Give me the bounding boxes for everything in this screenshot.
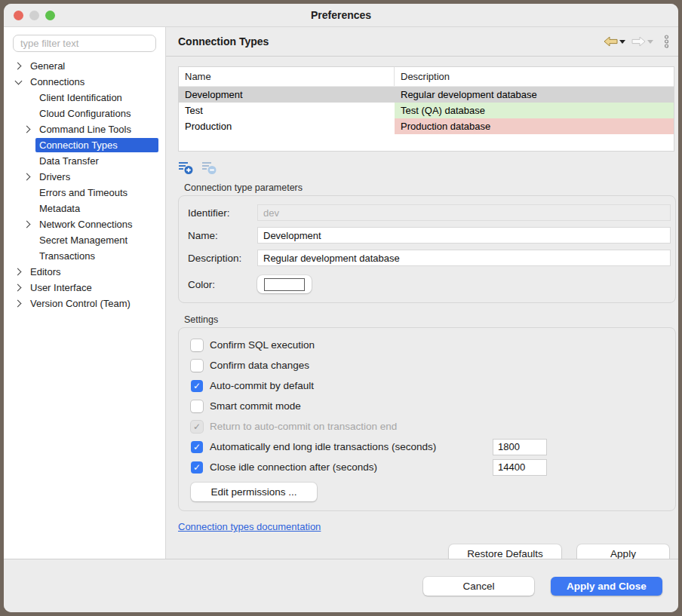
checkbox-auto-commit-by-default[interactable]: Auto-commit by default bbox=[191, 375, 663, 396]
table-header[interactable]: Name Description bbox=[179, 67, 674, 87]
chevron-placeholder bbox=[22, 90, 33, 106]
color-label: Color: bbox=[188, 279, 257, 290]
name-label: Name: bbox=[188, 230, 257, 241]
add-icon bbox=[178, 161, 194, 175]
sidebar: GeneralConnectionsClient IdentificationC… bbox=[4, 27, 166, 559]
forward-arrow-icon bbox=[631, 36, 646, 47]
sidebar-item-label: Secret Management bbox=[35, 233, 131, 247]
chevron-right-icon[interactable] bbox=[22, 169, 33, 185]
cancel-button[interactable]: Cancel bbox=[423, 577, 534, 596]
sidebar-item-editors[interactable]: Editors bbox=[4, 264, 165, 280]
preferences-tree: GeneralConnectionsClient IdentificationC… bbox=[4, 58, 165, 311]
sidebar-item-label: Data Transfer bbox=[35, 154, 103, 168]
sidebar-item-secret-management[interactable]: Secret Management bbox=[4, 232, 165, 248]
column-header-name[interactable]: Name bbox=[179, 67, 395, 86]
checkbox-smart-commit-mode[interactable]: Smart commit mode bbox=[191, 396, 663, 416]
sidebar-item-user-interface[interactable]: User Interface bbox=[4, 280, 165, 296]
chevron-placeholder bbox=[22, 137, 33, 153]
checkbox-label: Close idle connection after (seconds) bbox=[210, 461, 493, 473]
table-row[interactable]: TestTest (QA) database bbox=[179, 103, 674, 118]
sidebar-item-connections[interactable]: Connections bbox=[4, 74, 165, 90]
close-idle-seconds-input[interactable] bbox=[493, 459, 547, 476]
checkbox-label: Auto-commit by default bbox=[210, 380, 493, 391]
checkbox-confirm-data-changes[interactable]: Confirm data changes bbox=[191, 355, 663, 375]
checkbox-unchecked-icon bbox=[191, 339, 203, 351]
checkbox-unchecked-icon bbox=[191, 400, 203, 412]
sidebar-item-cloud-configurations[interactable]: Cloud Configurations bbox=[4, 106, 165, 121]
view-menu-button[interactable] bbox=[662, 33, 671, 50]
connection-types-table-body: DevelopmentRegular development databaseT… bbox=[179, 87, 674, 134]
sidebar-item-version-control-team[interactable]: Version Control (Team) bbox=[4, 296, 165, 311]
checkbox-label: Smart commit mode bbox=[210, 400, 493, 412]
description-field[interactable] bbox=[257, 250, 671, 266]
chevron-placeholder bbox=[22, 201, 33, 216]
checkbox-confirm-sql-execution[interactable]: Confirm SQL execution bbox=[191, 335, 663, 355]
chevron-right-icon[interactable] bbox=[22, 121, 33, 137]
checkbox-label: Automatically end long idle transactions… bbox=[210, 441, 493, 452]
checkbox-checked-icon bbox=[191, 441, 203, 453]
sidebar-item-label: Command Line Tools bbox=[35, 122, 135, 136]
preferences-window: Preferences GeneralConnectionsClient Ide… bbox=[4, 4, 678, 612]
chevron-right-icon[interactable] bbox=[13, 280, 24, 296]
params-groupbox: Identifier:Name:Description: Color: bbox=[178, 195, 676, 303]
sidebar-item-network-connections[interactable]: Network Connections bbox=[4, 216, 165, 232]
content-header: Connection Types bbox=[166, 27, 678, 57]
sidebar-item-general[interactable]: General bbox=[4, 58, 165, 74]
sidebar-item-command-line-tools[interactable]: Command Line Tools bbox=[4, 121, 165, 137]
table-row[interactable]: DevelopmentRegular development database bbox=[179, 87, 674, 103]
checkbox-unchecked-icon bbox=[191, 360, 203, 372]
checkbox-close-idle-connection-after-seconds[interactable]: Close idle connection after (seconds) bbox=[191, 457, 663, 477]
connection-types-table: Name Description DevelopmentRegular deve… bbox=[178, 66, 674, 152]
table-toolbar bbox=[178, 158, 675, 176]
back-button[interactable] bbox=[602, 35, 627, 48]
cell-description: Production database bbox=[395, 118, 674, 134]
param-fields: Identifier:Name:Description: bbox=[188, 204, 671, 266]
cell-name: Test bbox=[179, 103, 395, 118]
sidebar-item-label: Connection Types bbox=[35, 138, 158, 152]
sidebar-item-label: Connections bbox=[26, 75, 88, 89]
forward-dropdown-icon bbox=[647, 40, 653, 44]
identifier-field bbox=[257, 204, 671, 221]
main-area: GeneralConnectionsClient IdentificationC… bbox=[4, 27, 678, 559]
sidebar-item-label: Metadata bbox=[35, 201, 84, 216]
sidebar-item-transactions[interactable]: Transactions bbox=[4, 248, 165, 264]
forward-button[interactable] bbox=[630, 35, 655, 48]
sidebar-item-client-identification[interactable]: Client Identification bbox=[4, 90, 165, 106]
delete-connection-type-button[interactable] bbox=[201, 161, 217, 175]
name-row: Name: bbox=[188, 227, 671, 244]
chevron-right-icon[interactable] bbox=[13, 296, 24, 311]
column-header-description[interactable]: Description bbox=[395, 71, 674, 82]
chevron-down-icon[interactable] bbox=[13, 74, 24, 90]
sidebar-item-label: Client Identification bbox=[35, 90, 126, 105]
checkbox-automatically-end-long-idle-transactions-seconds[interactable]: Automatically end long idle transactions… bbox=[191, 437, 663, 457]
idle-transactions-seconds-input[interactable] bbox=[493, 439, 547, 455]
sidebar-item-label: Network Connections bbox=[35, 217, 137, 231]
checkbox-label: Return to auto-commit on transaction end bbox=[210, 421, 493, 432]
sidebar-item-label: General bbox=[26, 59, 69, 73]
add-connection-type-button[interactable] bbox=[178, 161, 194, 175]
remove-icon bbox=[201, 161, 217, 175]
sidebar-item-connection-types[interactable]: Connection Types bbox=[4, 137, 165, 153]
chevron-placeholder bbox=[22, 106, 33, 121]
checkbox-checked-icon bbox=[191, 461, 203, 473]
sidebar-item-data-transfer[interactable]: Data Transfer bbox=[4, 153, 165, 169]
sidebar-item-errors-and-timeouts[interactable]: Errors and Timeouts bbox=[4, 185, 165, 201]
filter-input[interactable] bbox=[13, 35, 156, 52]
apply-and-close-button[interactable]: Apply and Close bbox=[551, 577, 662, 596]
content-pane: Connection Types bbox=[166, 27, 678, 559]
sidebar-item-label: Cloud Configurations bbox=[35, 106, 134, 121]
sidebar-item-drivers[interactable]: Drivers bbox=[4, 169, 165, 185]
chevron-right-icon[interactable] bbox=[13, 264, 24, 280]
chevron-right-icon[interactable] bbox=[13, 58, 24, 74]
color-picker-button[interactable] bbox=[257, 275, 312, 293]
description-row: Description: bbox=[188, 250, 671, 266]
identifier-row: Identifier: bbox=[188, 204, 671, 221]
chevron-right-icon[interactable] bbox=[22, 216, 33, 232]
settings-groupbox: Confirm SQL executionConfirm data change… bbox=[178, 327, 676, 511]
table-row[interactable]: ProductionProduction database bbox=[179, 118, 674, 134]
edit-permissions-button[interactable]: Edit permissions ... bbox=[191, 483, 317, 501]
name-field[interactable] bbox=[257, 227, 671, 244]
sidebar-item-metadata[interactable]: Metadata bbox=[4, 201, 165, 216]
chevron-placeholder bbox=[22, 232, 33, 248]
documentation-link[interactable]: Connection types documentation bbox=[178, 521, 321, 532]
